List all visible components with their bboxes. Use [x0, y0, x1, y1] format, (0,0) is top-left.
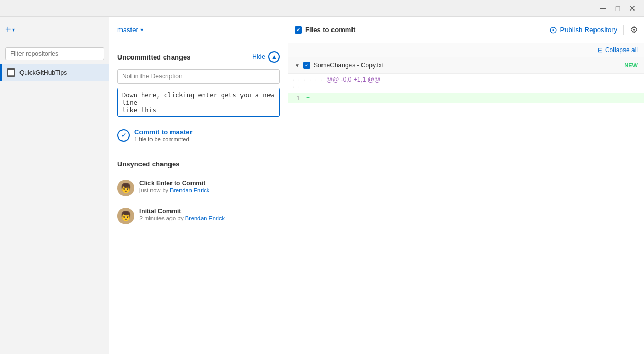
diff-content: ⊟ Collapse all ▼ ✓ SomeChanges - Copy.tx… [288, 43, 644, 354]
maximize-button[interactable]: □ [610, 1, 625, 16]
unsynced-title: Unsynced changes [117, 160, 280, 168]
files-to-commit-text: Files to commit [305, 26, 355, 34]
collapse-all-icon: ⊟ [598, 46, 603, 54]
repo-icon [7, 68, 15, 77]
file-header-0: ▼ ✓ SomeChanges - Copy.txt NEW [288, 57, 644, 74]
branch-name: master [117, 26, 138, 34]
commit-author-1[interactable]: Brendan Enrick [185, 215, 225, 221]
add-chevron-icon: ▾ [12, 27, 15, 33]
commit-item-1[interactable]: 👦 Initial Commit 2 minutes ago by Brenda… [117, 202, 280, 230]
minimize-button[interactable]: ─ [596, 1, 610, 16]
diff-header: ✓ Files to commit ⊙ Publish Repository ⚙ [288, 17, 644, 43]
middle-panel: master ▾ Uncommitted changes Hide ▲ [109, 17, 288, 354]
app-body: + ▾ QuickGitHubTips master ▾ [0, 17, 644, 354]
commit-author-0[interactable]: Brendan Enrick [170, 187, 209, 193]
hide-button[interactable]: Hide [252, 53, 265, 61]
hunk-header-0: · · · · · · · · @@ -0,0 +1,1 @@ [288, 74, 644, 93]
filter-repositories-input[interactable] [5, 47, 104, 60]
diff-line-0: 1 + [288, 93, 644, 103]
hide-label: Hide [252, 53, 265, 61]
uncommitted-header: Uncommitted changes Hide ▲ [117, 51, 280, 63]
line-content-0: + [304, 93, 314, 103]
file-name-0: SomeChanges - Copy.txt [314, 62, 621, 69]
commit-subtitle: 1 file to be committed [134, 136, 193, 142]
sidebar: + ▾ QuickGitHubTips [0, 17, 109, 354]
commit-meta-1: 2 minutes ago by Brendan Enrick [139, 215, 225, 221]
branch-selector[interactable]: master ▾ [117, 26, 143, 34]
uncommitted-title: Uncommitted changes [117, 53, 190, 61]
content: master ▾ Uncommitted changes Hide ▲ [109, 17, 644, 354]
unsynced-section: Unsynced changes 👦 Click Enter to Commit… [109, 152, 288, 354]
commit-name-1: Initial Commit [139, 208, 225, 215]
collapse-all-label: Collapse all [605, 46, 638, 54]
sidebar-item-quickgithub[interactable]: QuickGitHubTips [0, 64, 109, 81]
file-chevron-icon[interactable]: ▼ [295, 63, 300, 68]
branch-bar: master ▾ [109, 17, 288, 43]
collapse-icon: ▲ [271, 53, 277, 61]
titlebar: ─ □ ✕ [0, 0, 644, 17]
plus-icon: + [306, 94, 310, 102]
svg-rect-0 [8, 70, 14, 76]
commit-title: Commit to master [134, 128, 193, 136]
commit-item-0[interactable]: 👦 Click Enter to Commit just now by Bren… [117, 174, 280, 202]
commit-name-0: Click Enter to Commit [139, 180, 209, 187]
commit-meta-0: just now by Brendan Enrick [139, 187, 209, 193]
hunk-info: @@ -0,0 +1,1 @@ [326, 76, 380, 91]
header-divider [623, 25, 624, 35]
files-to-commit-label: ✓ Files to commit [295, 26, 355, 34]
collapse-button[interactable]: ▲ [268, 51, 280, 63]
plus-icon: + [5, 24, 11, 35]
commit-info-0: Click Enter to Commit just now by Brenda… [139, 180, 209, 193]
files-checkbox-icon[interactable]: ✓ [295, 26, 302, 34]
collapse-all-button[interactable]: ⊟ Collapse all [598, 46, 638, 54]
file-checkbox-0[interactable]: ✓ [303, 62, 310, 69]
line-num-0: 1 [288, 95, 304, 101]
branch-chevron-icon: ▾ [140, 27, 143, 33]
add-repository-button[interactable]: + ▾ [5, 24, 15, 35]
commit-summary-input[interactable] [117, 69, 280, 84]
avatar-0: 👦 [117, 180, 134, 196]
close-button[interactable]: ✕ [625, 1, 640, 16]
commit-text: Commit to master 1 file to be committed [134, 128, 193, 142]
github-icon: ⊙ [549, 24, 557, 36]
new-badge-0: NEW [624, 62, 638, 68]
avatar-1: 👦 [117, 208, 134, 224]
publish-label: Publish Repository [560, 26, 617, 34]
commit-info-1: Initial Commit 2 minutes ago by Brendan … [139, 208, 225, 221]
commit-button-area[interactable]: ✓ Commit to master 1 file to be committe… [117, 124, 280, 146]
settings-button[interactable]: ⚙ [630, 25, 638, 35]
commit-check-icon: ✓ [117, 129, 130, 142]
hunk-dots: · · · · · · · · [293, 76, 324, 91]
sidebar-toolbar: + ▾ [0, 17, 109, 43]
repo-name: QuickGitHubTips [19, 69, 67, 76]
diff-panel: ✓ Files to commit ⊙ Publish Repository ⚙ [288, 17, 644, 354]
commit-description-textarea[interactable]: Down here, clicking enter gets you a new… [117, 88, 280, 117]
uncommitted-changes-section: Uncommitted changes Hide ▲ Down here, cl… [109, 43, 288, 152]
publish-repository-button[interactable]: ⊙ Publish Repository [549, 24, 617, 36]
